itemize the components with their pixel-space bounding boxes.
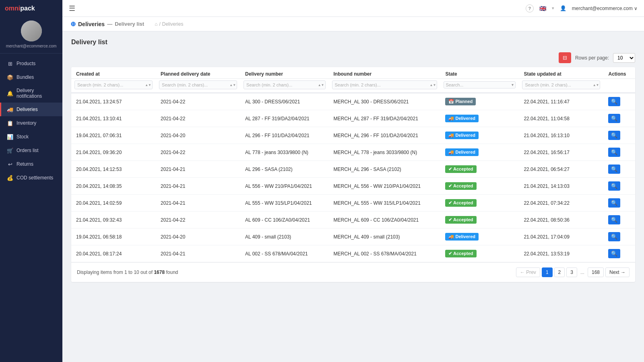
sidebar-item-orders-list[interactable]: 🛒Orders list	[0, 144, 62, 157]
cell-state-updated: 22.04.2021, 11:16:47	[519, 93, 603, 110]
breadcrumb-links: ⌂ / Deliveries	[155, 21, 183, 27]
cell-delivery-number: AL 556 - WW 210/PA1/04/2021	[240, 178, 328, 195]
view-action-button[interactable]: 🔍	[608, 181, 620, 191]
filter-inbound-number-input[interactable]	[332, 80, 438, 89]
home-icon: ⌂	[155, 21, 157, 27]
cell-actions: 🔍	[603, 127, 635, 144]
topbar: ☰ ? 🇬🇧 ▾ 👤 merchant@ecommerce.com ∨	[62, 0, 644, 17]
delivery-notifications-icon: 🔔	[7, 90, 13, 97]
state-badge: 🚚 Delivered	[445, 115, 479, 122]
sidebar-item-delivery-notifications[interactable]: 🔔Delivery notifications	[0, 84, 62, 103]
view-action-button[interactable]: 🔍	[608, 165, 620, 174]
sort-arrows-inbound: ▲▼	[430, 83, 436, 87]
sidebar-item-deliveries[interactable]: 🚚Deliveries	[0, 103, 62, 116]
view-action-button[interactable]: 🔍	[608, 97, 620, 106]
cell-state: ✔ Accepted	[440, 161, 519, 178]
sidebar-item-cod-settlements[interactable]: 💰COD settlements	[0, 171, 62, 185]
page-title: Delivery list	[71, 39, 635, 46]
pagination-info: Displaying items from 1 to 10 out of 167…	[77, 269, 178, 275]
view-action-button[interactable]: 🔍	[608, 215, 620, 224]
filter-created-at-input[interactable]	[74, 80, 153, 89]
view-action-button[interactable]: 🔍	[608, 114, 620, 123]
page-1-button[interactable]: 1	[542, 267, 553, 277]
state-badge: ✔ Accepted	[445, 250, 476, 257]
cell-planned-date: 2021-04-20	[156, 127, 240, 144]
topbar-user-email[interactable]: merchant@ecommerce.com ∨	[572, 6, 638, 11]
cell-state-updated: 22.04.2021, 06:54:27	[519, 161, 603, 178]
sidebar-label-delivery-notifications: Delivery notifications	[17, 88, 57, 99]
filter-state-updated-input[interactable]	[522, 80, 600, 89]
cell-state-updated: 22.04.2021, 13:53:19	[519, 245, 603, 262]
cell-actions: 🔍	[603, 245, 635, 262]
view-action-button[interactable]: 🔍	[608, 232, 620, 241]
cell-created-at: 21.04.2021, 13:24:57	[71, 93, 156, 110]
cell-state-updated: 22.04.2021, 11:04:58	[519, 110, 603, 127]
inventory-icon: 📋	[7, 120, 13, 126]
cell-inbound-number: MERCH_AL 556 - WW 210/PA1/04/2021	[329, 178, 441, 195]
sidebar-item-bundles[interactable]: 📦Bundles	[0, 70, 62, 84]
last-page-button[interactable]: 168	[588, 267, 604, 277]
cell-planned-date: 2021-04-22	[156, 212, 240, 228]
page-2-button[interactable]: 2	[554, 267, 565, 277]
cell-delivery-number: AL 002 - SS 678/MA/04/2021	[240, 245, 328, 262]
next-page-button[interactable]: Next →	[605, 267, 630, 277]
filter-planned-date: ▲▼	[156, 79, 240, 93]
page-3-button[interactable]: 3	[566, 267, 577, 277]
sidebar-user: merchant@ecommerce.com	[0, 16, 62, 53]
sidebar-item-inventory[interactable]: 📋Inventory	[0, 116, 62, 130]
filter-actions-empty	[603, 79, 635, 93]
cell-state-updated: 22.04.2021, 16:56:17	[519, 144, 603, 161]
prev-page-button[interactable]: ← Prev	[516, 267, 540, 277]
sort-arrows-delivery: ▲▼	[318, 83, 324, 87]
view-action-button[interactable]: 🔍	[608, 131, 620, 140]
cell-state: 🚚 Delivered	[440, 127, 519, 144]
state-badge: ✔ Accepted	[445, 199, 476, 207]
cell-planned-date: 2021-04-21	[156, 178, 240, 195]
breadcrumb-title: ⊕ Deliveries — Delivery list	[70, 20, 144, 28]
state-badge: 🚚 Delivered	[445, 132, 479, 139]
table-row: 21.04.2021, 13:24:57 2021-04-22 AL 300 -…	[71, 93, 635, 110]
view-action-button[interactable]: 🔍	[608, 198, 620, 208]
table-row: 21.04.2021, 13:10:41 2021-04-22 AL 287 -…	[71, 110, 635, 127]
language-flag[interactable]: 🇬🇧	[539, 5, 546, 12]
table-row: 21.04.2021, 09:32:43 2021-04-22 AL 609 -…	[71, 212, 635, 228]
filter-state-input[interactable]	[446, 82, 512, 87]
sidebar: omnipack merchant@ecommerce.com ⊞Product…	[0, 0, 62, 362]
cell-state: 🚚 Delivered	[440, 228, 519, 245]
filter-delivery-number-input[interactable]	[244, 80, 325, 89]
cell-state-updated: 22.04.2021, 07:34:22	[519, 195, 603, 212]
logo: omnipack	[0, 0, 62, 16]
sort-arrows-planned: ▲▼	[229, 83, 236, 87]
table-row: 21.04.2021, 09:36:20 2021-04-22 AL 778 -…	[71, 144, 635, 161]
cell-delivery-number: AL 296 - SASA (2102)	[240, 161, 328, 178]
table-row: 20.04.2021, 08:17:24 2021-04-21 AL 002 -…	[71, 245, 635, 262]
cell-created-at: 19.04.2021, 06:58:18	[71, 228, 156, 245]
view-action-button[interactable]: 🔍	[608, 148, 620, 157]
breadcrumb-sep2: /	[159, 21, 160, 27]
cell-planned-date: 2021-04-21	[156, 245, 240, 262]
sidebar-item-returns[interactable]: ↩Returns	[0, 157, 62, 171]
cell-created-at: 20.04.2021, 08:17:24	[71, 245, 156, 262]
hamburger-icon[interactable]: ☰	[69, 4, 75, 13]
state-badge: 🚚 Delivered	[445, 233, 479, 241]
filter-button[interactable]: ⊟	[559, 52, 571, 63]
filter-planned-date-input[interactable]	[159, 80, 237, 89]
cell-delivery-number: AL 287 - FF 319/DA2/04/2021	[240, 110, 328, 127]
cell-state-updated: 21.04.2021, 14:13:03	[519, 178, 603, 195]
rows-per-page-label: Rows per page:	[575, 55, 609, 61]
cell-planned-date: 2021-04-22	[156, 110, 240, 127]
view-action-button[interactable]: 🔍	[608, 249, 620, 258]
rows-per-page-select[interactable]: 10 25 50 100	[613, 53, 635, 63]
sidebar-label-bundles: Bundles	[17, 74, 34, 80]
cell-actions: 🔍	[603, 93, 635, 110]
sidebar-item-products[interactable]: ⊞Products	[0, 57, 62, 70]
sidebar-item-stock[interactable]: 📊Stock	[0, 130, 62, 144]
cell-actions: 🔍	[603, 212, 635, 228]
cell-delivery-number: AL 778 - jeans 3033/9800 (N)	[240, 144, 328, 161]
help-icon[interactable]: ?	[526, 4, 534, 12]
state-badge: ✔ Accepted	[445, 216, 476, 224]
cell-inbound-number: MERCH_AL 555 - WW 315/LP1/04/2021	[329, 195, 441, 212]
cell-state: 📅 Planned	[440, 93, 519, 110]
cell-delivery-number: AL 409 - small (2103)	[240, 228, 328, 245]
deliveries-icon: ⊕	[70, 20, 76, 28]
